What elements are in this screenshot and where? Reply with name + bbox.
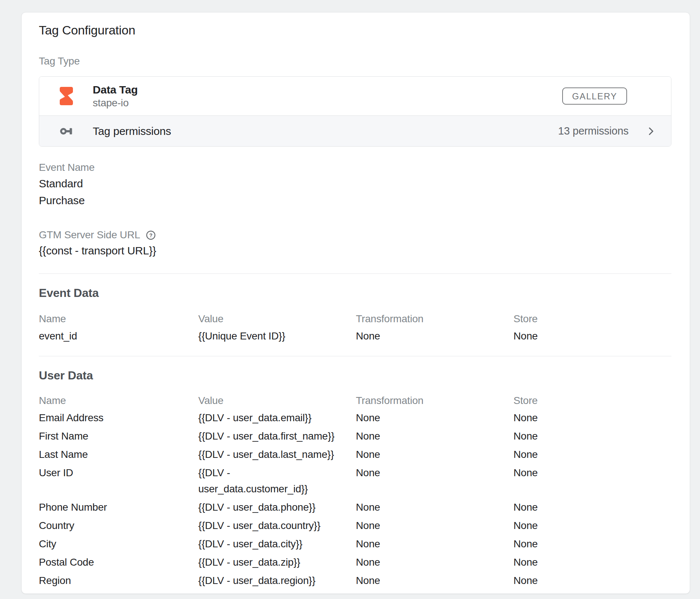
cell-name: event_id [39,328,198,344]
cell-name: Email Address [39,410,198,426]
cell-value: {{DLV - user_data.region}} [198,573,356,589]
cell-transformation: None [356,447,513,463]
section-divider [39,273,671,274]
key-icon [60,127,73,136]
event-name-label: Event Name [39,162,671,173]
cell-value: {{DLV - user_data.zip}} [198,554,356,570]
cell-name: Region [39,573,198,589]
user-data-header-row: Name Value Transformation Store [39,395,671,406]
tag-type-main-row[interactable]: Data Tag stape-io GALLERY [39,77,671,115]
cell-store: None [513,536,671,552]
section-divider [39,356,671,356]
column-header-value: Value [198,395,356,406]
svg-text:?: ? [149,232,152,238]
gtm-url-label-row: GTM Server Side URL ? [39,229,671,240]
cell-value: {{DLV - user_data.phone}} [198,499,356,515]
table-row: Country {{DLV - user_data.country}} None… [39,518,671,534]
table-row: Postal Code {{DLV - user_data.zip}} None… [39,554,671,570]
tag-permissions-label: Tag permissions [93,125,171,137]
tag-type-label: Tag Type [39,56,671,67]
gtm-url-value: {{const - transport URL}} [39,243,671,259]
stape-logo-icon [60,87,73,105]
cell-transformation: None [356,499,513,515]
event-data-title: Event Data [39,286,671,300]
cell-store: None [513,447,671,463]
gtm-url-label: GTM Server Side URL [39,229,140,240]
gallery-button[interactable]: GALLERY [562,88,627,105]
cell-store: None [513,499,671,515]
column-header-name: Name [39,313,198,324]
cell-name: Last Name [39,447,198,463]
cell-store: None [513,573,671,589]
cell-name: User ID [39,465,198,481]
cell-value: {{DLV - user_data.email}} [198,410,356,426]
table-row: Phone Number {{DLV - user_data.phone}} N… [39,499,671,515]
column-header-store: Store [513,395,671,406]
column-header-store: Store [513,313,671,324]
cell-transformation: None [356,465,513,481]
cell-transformation: None [356,518,513,534]
tag-type-card: Data Tag stape-io GALLERY Tag permission… [39,76,671,147]
cell-store: None [513,518,671,534]
cell-value: {{DLV - user_data.customer_id}} [198,465,356,497]
event-name-values: Standard Purchase [39,175,671,209]
cell-name: First Name [39,428,198,444]
cell-transformation: None [356,328,513,344]
cell-transformation: None [356,428,513,444]
event-data-rows: event_id {{Unique Event ID}} None None [39,328,671,344]
chevron-right-icon [645,126,656,137]
column-header-transformation: Transformation [356,313,513,324]
cell-value: {{DLV - user_data.country}} [198,518,356,534]
cell-transformation: None [356,554,513,570]
cell-transformation: None [356,410,513,426]
help-icon[interactable]: ? [146,230,156,240]
event-name-line-2: Purchase [39,192,671,209]
cell-value: {{DLV - user_data.first_name}} [198,428,356,444]
user-data-rows: Email Address {{DLV - user_data.email}} … [39,410,671,589]
cell-name: Country [39,518,198,534]
cell-value: {{DLV - user_data.city}} [198,536,356,552]
tag-permissions-row[interactable]: Tag permissions 13 permissions [39,115,671,146]
table-row: Last Name {{DLV - user_data.last_name}} … [39,447,671,463]
cell-store: None [513,465,671,481]
cell-value: {{Unique Event ID}} [198,328,356,344]
cell-value: {{DLV - user_data.last_name}} [198,447,356,463]
tag-configuration-card: Tag Configuration Tag Type Data Tag stap… [21,12,690,594]
table-row: City {{DLV - user_data.city}} None None [39,536,671,552]
cell-store: None [513,410,671,426]
cell-name: Postal Code [39,554,198,570]
table-row: First Name {{DLV - user_data.first_name}… [39,428,671,444]
permissions-count: 13 permissions [558,125,629,137]
table-row: Email Address {{DLV - user_data.email}} … [39,410,671,426]
cell-transformation: None [356,573,513,589]
table-row: event_id {{Unique Event ID}} None None [39,328,671,344]
tag-name: Data Tag [93,84,138,96]
column-header-value: Value [198,313,356,324]
tag-title-block: Data Tag stape-io [93,84,138,109]
user-data-title: User Data [39,369,671,382]
cell-store: None [513,428,671,444]
page-title: Tag Configuration [39,23,671,37]
cell-store: None [513,328,671,344]
column-header-name: Name [39,395,198,406]
event-name-line-1: Standard [39,175,671,192]
table-row: Region {{DLV - user_data.region}} None N… [39,573,671,589]
tag-vendor: stape-io [93,98,138,109]
table-row: User ID {{DLV - user_data.customer_id}} … [39,465,671,497]
cell-name: Phone Number [39,499,198,515]
event-data-header-row: Name Value Transformation Store [39,313,671,324]
cell-store: None [513,554,671,570]
cell-name: City [39,536,198,552]
column-header-transformation: Transformation [356,395,513,406]
cell-transformation: None [356,536,513,552]
